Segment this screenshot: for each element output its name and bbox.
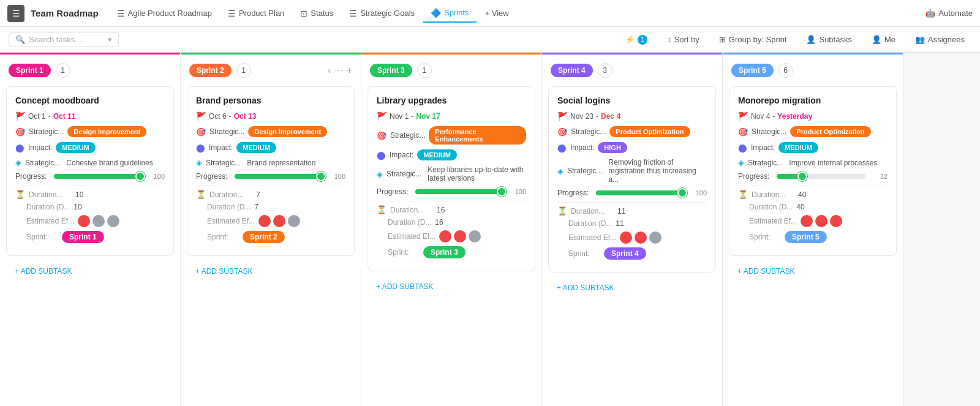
topnav-right: 🤖 Automate (925, 9, 973, 18)
duration-row-1: ⏳ Duration... 10 (15, 190, 165, 199)
effort-row-3: Estimated Ef... (377, 230, 526, 242)
sprints-icon: 🔷 (431, 8, 441, 18)
date-end-2: Oct 13 (234, 112, 257, 121)
column-sprint4: Sprint 4 3 Social logins 🚩 Nov 23 - Dec … (542, 53, 723, 406)
task-card-sprint5[interactable]: Monorepo migration 🚩 Nov 4 - Yesterday 🎯… (729, 86, 897, 256)
progress-val-1: 100 (148, 173, 165, 180)
filter-button[interactable]: ⚡ 1 (618, 31, 654, 48)
sprint2-actions: ‹ ··· + (328, 65, 352, 76)
sprint5-badge[interactable]: Sprint 5 (731, 64, 774, 77)
task-strategic-text-row-5: ◈ Strategic... Improve internal processe… (738, 158, 888, 167)
hourglass-icon-5: ⏳ (738, 190, 748, 199)
strategic-icon: ☰ (349, 9, 357, 18)
progress-label-1: Progress: (15, 172, 49, 181)
sprint4-badge[interactable]: Sprint 4 (551, 64, 593, 77)
task-title-1: Concept moodboard (15, 96, 165, 105)
progress-row-4: Progress: 100 (557, 189, 707, 197)
sprint-tag-3: Sprint 3 (423, 246, 466, 258)
sprint2-more[interactable]: ··· (334, 65, 342, 76)
avatar-5-3 (830, 215, 842, 227)
task-strategic-row-1: 🎯 Strategic... Design Improvement (15, 126, 165, 137)
toolbar-right: ⚡ 1 ↕ Sort by ⊞ Group by: Sprint 👤 Subta… (618, 31, 971, 48)
duration-row-2: ⏳ Duration... 7 (196, 190, 345, 199)
flag-icon-1: 🚩 (15, 111, 26, 121)
search-dropdown-icon[interactable]: ▾ (108, 35, 112, 44)
hourglass-icon-3: ⏳ (377, 205, 386, 214)
task-card-sprint1[interactable]: Concept moodboard 🚩 Oct 1 - Oct 11 🎯 Str… (6, 86, 174, 256)
sprint4-cards: Social logins 🚩 Nov 23 - Dec 4 🎯 Strateg… (542, 81, 722, 406)
impact-label-5: Impact: (751, 143, 775, 152)
effort-label-1: Estimated Ef... (15, 217, 74, 225)
sprint2-badge[interactable]: Sprint 2 (189, 64, 232, 77)
avatar-4-1 (620, 231, 632, 244)
tab-agile[interactable]: ☰ Agile Product Roadmap (110, 5, 219, 22)
progress-val-3: 100 (509, 188, 526, 195)
strategic-value-5: Improve internal processes (789, 159, 877, 167)
column-sprint2: Sprint 2 1 ‹ ··· + Brand personas 🚩 Oct … (181, 53, 361, 406)
task-card-sprint3[interactable]: Library upgrades 🚩 Nov 1 - Nov 17 🎯 Stra… (368, 86, 535, 271)
sprint5-count: 6 (778, 63, 793, 78)
avatar-2-1 (258, 215, 271, 227)
effort-row-5: Estimated Ef... (738, 215, 888, 227)
product-plan-icon: ☰ (228, 9, 236, 18)
subtasks-button[interactable]: 👤 Subtasks (799, 31, 858, 48)
strategic-tag-2: Design Improvement (248, 126, 327, 137)
tab-view-add[interactable]: + View (478, 5, 516, 21)
sprint1-badge[interactable]: Sprint 1 (9, 64, 51, 77)
sprint-row-4: Sprint: Sprint 4 (557, 247, 707, 260)
progress-val-2: 100 (328, 173, 345, 180)
add-subtask-5[interactable]: + ADD SUBTASK (729, 262, 897, 280)
add-subtask-3[interactable]: + ADD SUBTASK (368, 277, 535, 296)
assignees-button[interactable]: 👥 Assignees (908, 31, 971, 48)
strategic-sublabel-2: Strategic... (206, 159, 241, 167)
sprint-row-2: Sprint: Sprint 2 (196, 231, 345, 243)
task-title-4: Social logins (557, 96, 707, 105)
duration-d-val-3: 16 (435, 218, 443, 227)
progress-bar-fill-3 (415, 189, 504, 194)
automate-button[interactable]: 🤖 Automate (925, 9, 973, 18)
strategic-tag-5: Product Optimization (790, 126, 870, 137)
add-subtask-1[interactable]: + ADD SUBTASK (6, 262, 174, 280)
target-icon-4: 🎯 (557, 127, 567, 137)
duration-val-4: 11 (617, 207, 625, 216)
progress-row-1: Progress: 100 (15, 172, 165, 181)
search-box[interactable]: 🔍 Search tasks... ▾ (9, 32, 119, 47)
sprint2-add[interactable]: + (347, 65, 352, 76)
group-button[interactable]: ⊞ Group by: Sprint (712, 31, 794, 48)
add-subtask-4[interactable]: + ADD SUBTASK (548, 279, 716, 297)
effort-avatars-3 (439, 230, 481, 242)
task-card-sprint4[interactable]: Social logins 🚩 Nov 23 - Dec 4 🎯 Strateg… (548, 86, 716, 273)
avatar-3-1 (439, 230, 451, 242)
diamond-icon-2: ◈ (196, 158, 202, 167)
target-icon-3: 🎯 (377, 131, 386, 140)
progress-bar-fill-4 (596, 190, 685, 195)
diamond-icon-5: ◈ (738, 158, 744, 167)
sprint-label-4: Sprint: (557, 249, 600, 258)
progress-label-2: Progress: (196, 172, 230, 181)
tab-sprints[interactable]: 🔷 Sprints (423, 4, 476, 23)
duration-d-label-4: Duration (D... (557, 219, 612, 228)
tab-strategic-goals[interactable]: ☰ Strategic Goals (342, 5, 422, 22)
nav-tabs: ☰ Agile Product Roadmap ☰ Product Plan ⊡… (110, 4, 926, 23)
app-title: Team Roadmap (31, 8, 99, 18)
tab-status[interactable]: ⊡ Status (293, 5, 341, 22)
sprint2-back[interactable]: ‹ (328, 65, 331, 76)
column-header-4: Sprint 4 3 (542, 55, 722, 81)
sprint-label-2: Sprint: (196, 233, 239, 241)
tab-product-plan[interactable]: ☰ Product Plan (221, 5, 292, 22)
duration-d-val-1: 10 (74, 203, 81, 211)
avatar-1-3 (107, 215, 119, 227)
impact-tag-1: MEDIUM (56, 142, 96, 153)
sort-button[interactable]: ↕ Sort by (660, 31, 706, 48)
strategic-tag-1: Design Improvement (67, 126, 146, 137)
app-logo: ☰ (7, 5, 24, 22)
strategic-label-2: Strategic... (209, 127, 244, 136)
impact-tag-4: HIGH (598, 142, 627, 153)
strategic-label-1: Strategic... (29, 127, 64, 136)
add-subtask-2[interactable]: + ADD SUBTASK (187, 262, 355, 280)
me-button[interactable]: 👤 Me (865, 31, 902, 48)
sprint3-badge[interactable]: Sprint 3 (370, 64, 412, 77)
impact-label-3: Impact: (390, 151, 413, 159)
task-strategic-text-row-4: ◈ Strategic... Removing friction of regi… (557, 158, 707, 184)
task-card-sprint2[interactable]: Brand personas 🚩 Oct 6 - Oct 13 🎯 Strate… (187, 86, 355, 256)
